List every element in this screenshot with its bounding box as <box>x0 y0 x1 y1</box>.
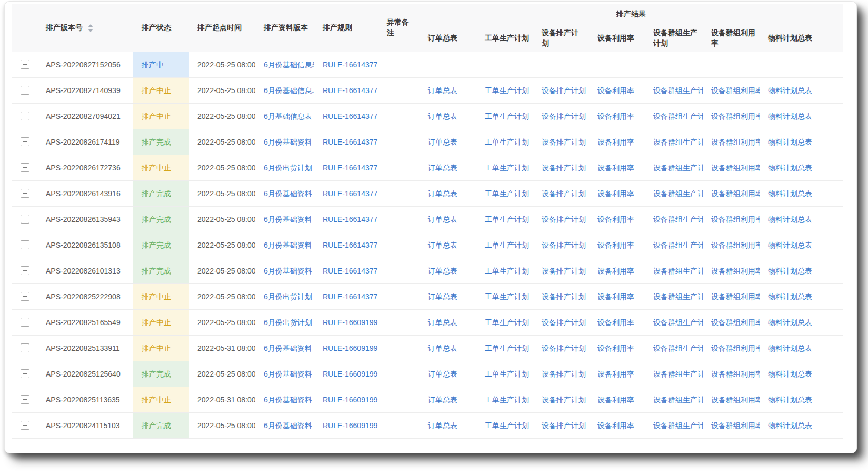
devicegroup-utilization-link[interactable]: 设备群组利用率 <box>711 112 760 120</box>
workorder-plan-link[interactable]: 工单生产计划 <box>485 292 529 301</box>
devicegroup-plan-link[interactable]: 设备群组生产计划 <box>653 344 703 352</box>
expand-row-icon[interactable] <box>21 318 29 327</box>
workorder-plan-link[interactable]: 工单生产计划 <box>485 189 529 198</box>
device-utilization-link[interactable]: 设备利用率 <box>597 138 634 146</box>
device-plan-link[interactable]: 设备排产计划 <box>542 215 586 224</box>
material-plan-total-link[interactable]: 物料计划总表 <box>768 318 812 327</box>
device-utilization-link[interactable]: 设备利用率 <box>597 86 634 95</box>
devicegroup-plan-link[interactable]: 设备群组生产计划 <box>653 164 703 172</box>
expand-row-icon[interactable] <box>21 60 29 69</box>
rule-link[interactable]: RULE-16614377 <box>323 267 377 275</box>
material-plan-total-link[interactable]: 物料计划总表 <box>768 396 812 404</box>
expand-row-icon[interactable] <box>21 163 29 172</box>
device-plan-link[interactable]: 设备排产计划 <box>542 164 586 172</box>
material-version-link[interactable]: 6月份出货计划 <box>264 292 312 301</box>
workorder-plan-link[interactable]: 工单生产计划 <box>485 318 529 327</box>
material-version-link[interactable]: 6月份基础资料 <box>264 396 312 404</box>
rule-link[interactable]: RULE-16614377 <box>323 112 377 120</box>
devicegroup-utilization-link[interactable]: 设备群组利用率 <box>711 292 760 301</box>
material-version-link[interactable]: 6月份出货计划 <box>264 164 312 172</box>
devicegroup-plan-link[interactable]: 设备群组生产计划 <box>653 396 703 404</box>
material-version-link[interactable]: 6月份基础资料 <box>264 189 312 198</box>
device-plan-link[interactable]: 设备排产计划 <box>542 292 586 301</box>
devicegroup-utilization-link[interactable]: 设备群组利用率 <box>711 318 760 327</box>
workorder-plan-link[interactable]: 工单生产计划 <box>485 421 529 430</box>
devicegroup-plan-link[interactable]: 设备群组生产计划 <box>653 138 703 146</box>
devicegroup-utilization-link[interactable]: 设备群组利用率 <box>711 215 760 224</box>
material-version-link[interactable]: 6月份基础信息表 <box>264 60 314 69</box>
material-plan-total-link[interactable]: 物料计划总表 <box>768 241 812 249</box>
devicegroup-plan-link[interactable]: 设备群组生产计划 <box>653 267 703 275</box>
material-version-link[interactable]: 6月份基础资料 <box>264 370 312 378</box>
device-plan-link[interactable]: 设备排产计划 <box>542 189 586 198</box>
device-utilization-link[interactable]: 设备利用率 <box>597 112 634 120</box>
caret-up-icon[interactable] <box>88 24 93 27</box>
device-plan-link[interactable]: 设备排产计划 <box>542 112 586 120</box>
workorder-plan-link[interactable]: 工单生产计划 <box>485 241 529 249</box>
rule-link[interactable]: RULE-16614377 <box>323 60 377 69</box>
device-utilization-link[interactable]: 设备利用率 <box>597 318 634 327</box>
material-version-link[interactable]: 6月份基础资料 <box>264 267 312 275</box>
expand-row-icon[interactable] <box>21 266 29 275</box>
expand-row-icon[interactable] <box>21 369 29 378</box>
expand-row-icon[interactable] <box>21 421 29 430</box>
workorder-plan-link[interactable]: 工单生产计划 <box>485 370 529 378</box>
device-plan-link[interactable]: 设备排产计划 <box>542 86 586 95</box>
expand-row-icon[interactable] <box>21 189 29 198</box>
rule-link[interactable]: RULE-16614377 <box>323 292 377 301</box>
devicegroup-plan-link[interactable]: 设备群组生产计划 <box>653 86 703 95</box>
workorder-plan-link[interactable]: 工单生产计划 <box>485 86 529 95</box>
expand-row-icon[interactable] <box>21 137 29 146</box>
devicegroup-utilization-link[interactable]: 设备群组利用率 <box>711 138 760 146</box>
device-utilization-link[interactable]: 设备利用率 <box>597 267 634 275</box>
material-version-link[interactable]: 6月份基础资料 <box>264 344 312 352</box>
rule-link[interactable]: RULE-16609199 <box>323 318 377 327</box>
order-total-link[interactable]: 订单总表 <box>428 138 457 146</box>
rule-link[interactable]: RULE-16614377 <box>323 164 377 172</box>
devicegroup-utilization-link[interactable]: 设备群组利用率 <box>711 164 760 172</box>
rule-link[interactable]: RULE-16614377 <box>323 189 377 198</box>
rule-link[interactable]: RULE-16609199 <box>323 370 377 378</box>
sort-icon[interactable] <box>88 24 93 32</box>
devicegroup-plan-link[interactable]: 设备群组生产计划 <box>653 241 703 249</box>
material-version-link[interactable]: 6月份基础资料 <box>264 215 312 224</box>
rule-link[interactable]: RULE-16609199 <box>323 421 377 430</box>
device-plan-link[interactable]: 设备排产计划 <box>542 421 586 430</box>
device-plan-link[interactable]: 设备排产计划 <box>542 396 586 404</box>
expand-row-icon[interactable] <box>21 86 29 95</box>
devicegroup-utilization-link[interactable]: 设备群组利用率 <box>711 396 760 404</box>
material-version-link[interactable]: 6月份基础信息表 <box>264 86 314 95</box>
devicegroup-utilization-link[interactable]: 设备群组利用率 <box>711 421 760 430</box>
material-plan-total-link[interactable]: 物料计划总表 <box>768 189 812 198</box>
order-total-link[interactable]: 订单总表 <box>428 189 457 198</box>
device-plan-link[interactable]: 设备排产计划 <box>542 241 586 249</box>
expand-row-icon[interactable] <box>21 343 29 352</box>
devicegroup-utilization-link[interactable]: 设备群组利用率 <box>711 189 760 198</box>
material-plan-total-link[interactable]: 物料计划总表 <box>768 344 812 352</box>
rule-link[interactable]: RULE-16614377 <box>323 86 377 95</box>
material-plan-total-link[interactable]: 物料计划总表 <box>768 138 812 146</box>
devicegroup-plan-link[interactable]: 设备群组生产计划 <box>653 318 703 327</box>
order-total-link[interactable]: 订单总表 <box>428 112 457 120</box>
devicegroup-plan-link[interactable]: 设备群组生产计划 <box>653 189 703 198</box>
devicegroup-utilization-link[interactable]: 设备群组利用率 <box>711 241 760 249</box>
device-utilization-link[interactable]: 设备利用率 <box>597 344 634 352</box>
device-utilization-link[interactable]: 设备利用率 <box>597 421 634 430</box>
devicegroup-plan-link[interactable]: 设备群组生产计划 <box>653 421 703 430</box>
expand-row-icon[interactable] <box>21 240 29 249</box>
expand-row-icon[interactable] <box>21 215 29 224</box>
expand-row-icon[interactable] <box>21 292 29 301</box>
device-utilization-link[interactable]: 设备利用率 <box>597 241 634 249</box>
order-total-link[interactable]: 订单总表 <box>428 421 457 430</box>
material-plan-total-link[interactable]: 物料计划总表 <box>768 112 812 120</box>
rule-link[interactable]: RULE-16614377 <box>323 241 377 249</box>
material-plan-total-link[interactable]: 物料计划总表 <box>768 164 812 172</box>
order-total-link[interactable]: 订单总表 <box>428 292 457 301</box>
devicegroup-utilization-link[interactable]: 设备群组利用率 <box>711 370 760 378</box>
device-utilization-link[interactable]: 设备利用率 <box>597 164 634 172</box>
device-utilization-link[interactable]: 设备利用率 <box>597 396 634 404</box>
workorder-plan-link[interactable]: 工单生产计划 <box>485 138 529 146</box>
order-total-link[interactable]: 订单总表 <box>428 86 457 95</box>
expand-row-icon[interactable] <box>21 112 29 120</box>
devicegroup-utilization-link[interactable]: 设备群组利用率 <box>711 267 760 275</box>
